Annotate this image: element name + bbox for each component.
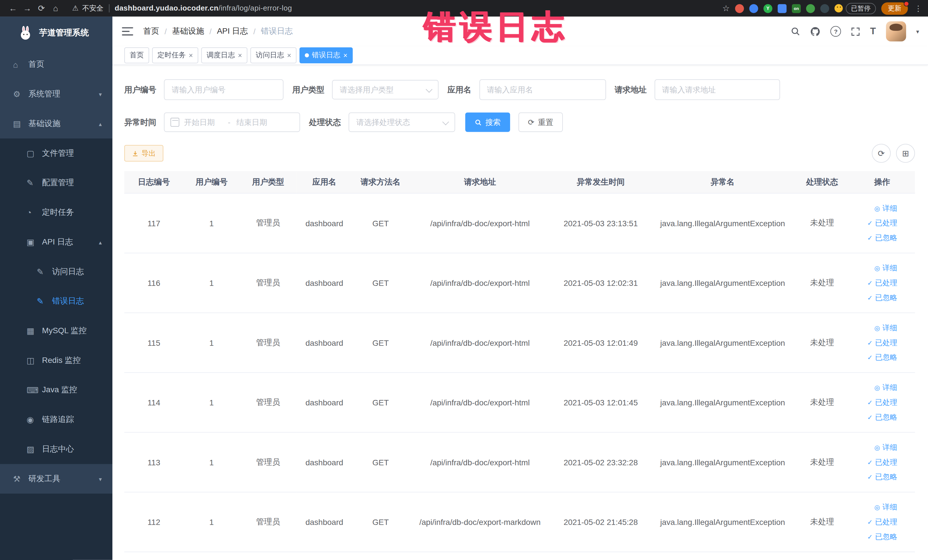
sidebar-item-access-logs[interactable]: ✎ 访问日志 — [0, 257, 112, 287]
extension-on-badge-icon[interactable]: on — [792, 4, 801, 12]
ignored-link[interactable]: ✓已忽略 — [853, 350, 897, 365]
address-bar[interactable]: dashboard.yudao.iocoder.cn/infra/log/api… — [114, 4, 292, 12]
check-icon: ✓ — [867, 395, 873, 410]
ignored-link[interactable]: ✓已忽略 — [853, 470, 897, 484]
user-type-select[interactable]: 请选择用户类型 — [332, 80, 438, 99]
sidebar-item-dev-tools[interactable]: ⚒ 研发工具 ▾ — [0, 464, 112, 494]
fullscreen-icon[interactable] — [851, 27, 860, 36]
ignored-link[interactable]: ✓已忽略 — [853, 290, 897, 305]
sidebar-item-java-monitor[interactable]: ⌨ Java 监控 — [0, 375, 112, 405]
processed-link[interactable]: ✓已处理 — [853, 216, 897, 230]
detail-link[interactable]: ◎详细 — [853, 201, 897, 216]
sidebar-toggle-icon[interactable] — [122, 27, 133, 35]
app-name-input[interactable] — [479, 79, 606, 100]
tab-access-logs[interactable]: 访问日志× — [250, 47, 297, 63]
request-url-input[interactable] — [654, 79, 780, 100]
screenshot-root: ← → ⟳ ⌂ ⚠ 不安全 dashboard.yudao.iocoder.cn… — [0, 0, 928, 560]
extension-icon-3[interactable]: Y — [763, 4, 772, 12]
sidebar-item-file-management[interactable]: ▢ 文件管理 — [0, 138, 112, 168]
processed-link[interactable]: ✓已处理 — [853, 455, 897, 470]
refresh-button[interactable]: ⟳ — [872, 144, 891, 163]
tab-home[interactable]: 首页 — [124, 47, 149, 63]
processed-link[interactable]: ✓已处理 — [853, 276, 897, 290]
close-icon[interactable]: × — [238, 51, 242, 60]
table-cell: 114 — [124, 372, 183, 432]
close-icon[interactable]: × — [189, 51, 193, 60]
extension-paw-icon[interactable] — [820, 4, 829, 12]
extension-icon-1[interactable] — [735, 4, 744, 12]
help-icon[interactable]: ? — [830, 26, 841, 37]
browser-forward-icon[interactable]: → — [20, 1, 35, 15]
bookmark-star-icon[interactable]: ☆ — [722, 3, 730, 13]
sidebar-item-home[interactable]: ⌂ 首页 — [0, 50, 112, 79]
sidebar-item-mysql-monitor[interactable]: ▦ MySQL 监控 — [0, 316, 112, 346]
table-cell: 管理员 — [240, 492, 296, 552]
search-icon — [475, 119, 482, 126]
filter-user-type: 用户类型 请选择用户类型 — [292, 80, 438, 99]
browser-reload-icon[interactable]: ⟳ — [34, 1, 49, 15]
detail-link[interactable]: ◎详细 — [853, 500, 897, 515]
detail-link[interactable]: ◎详细 — [853, 261, 897, 276]
tab-scheduled-tasks[interactable]: 定时任务× — [152, 47, 198, 63]
process-status-select[interactable]: 请选择处理状态 — [349, 112, 455, 132]
breadcrumb-api-logs[interactable]: API 日志 — [217, 26, 248, 37]
tab-schedule-logs[interactable]: 调度日志× — [201, 47, 247, 63]
processed-link[interactable]: ✓已处理 — [853, 395, 897, 410]
avatar-caret-down-icon[interactable]: ▾ — [916, 28, 919, 35]
column-settings-button[interactable]: ⊞ — [896, 144, 915, 163]
sidebar: 芋道管理系统 ⌂ 首页 ⚙ 系统管理 ▾ ▤ 基础设施 ▴ ▢ 文件管理 — [0, 17, 112, 560]
table-cell: 116 — [124, 253, 183, 313]
user-avatar[interactable] — [886, 21, 906, 42]
sidebar-item-error-logs[interactable]: ✎ 错误日志 — [0, 287, 112, 316]
row-actions: ◎详细✓已处理✓已忽略 — [849, 193, 915, 253]
sidebar-item-system-management[interactable]: ⚙ 系统管理 ▾ — [0, 79, 112, 109]
search-button[interactable]: 搜索 — [465, 112, 510, 132]
sidebar-item-link-tracing[interactable]: ◉ 链路追踪 — [0, 405, 112, 435]
browser-home-icon[interactable]: ⌂ — [49, 1, 63, 15]
browser-menu-icon[interactable]: ⋮ — [914, 4, 922, 12]
sidebar-item-log-center[interactable]: ▨ 日志中心 — [0, 435, 112, 464]
font-size-icon[interactable]: T — [870, 26, 876, 36]
browser-back-icon[interactable]: ← — [6, 1, 20, 15]
reset-button[interactable]: ⟳ 重置 — [518, 112, 563, 132]
table-cell: /api/infra/db-doc/export-html — [409, 253, 551, 313]
sidebar-item-infrastructure[interactable]: ▤ 基础设施 ▴ — [0, 109, 112, 139]
export-button[interactable]: 导出 — [124, 145, 163, 162]
sidebar-item-redis-monitor[interactable]: ◫ Redis 监控 — [0, 346, 112, 375]
table-cell: 1 — [183, 372, 240, 432]
extension-icon-2[interactable] — [749, 4, 758, 12]
table-cell: 115 — [124, 313, 183, 372]
detail-link[interactable]: ◎详细 — [853, 320, 897, 335]
sidebar-item-api-logs[interactable]: ▣ API 日志 ▴ — [0, 227, 112, 257]
ignored-link[interactable]: ✓已忽略 — [853, 410, 897, 425]
github-icon[interactable] — [810, 26, 820, 36]
detail-link[interactable]: ◎详细 — [853, 380, 897, 395]
ignored-link[interactable]: ✓已忽略 — [853, 529, 897, 544]
user-id-input[interactable] — [164, 79, 284, 100]
ignored-link[interactable]: ✓已忽略 — [853, 230, 897, 245]
app-logo[interactable]: 芋道管理系统 — [0, 17, 112, 50]
sidebar-item-config-management[interactable]: ✎ 配置管理 — [0, 168, 112, 198]
detail-link[interactable]: ◎详细 — [853, 440, 897, 455]
date-range-picker[interactable]: 开始日期 - 结束日期 — [164, 112, 300, 132]
extension-icon-4[interactable] — [778, 4, 786, 12]
processed-link[interactable]: ✓已处理 — [853, 515, 897, 529]
search-icon[interactable] — [791, 26, 800, 36]
table-cell: 1 — [183, 193, 240, 253]
row-actions: ◎详细✓已处理✓已忽略 — [849, 372, 915, 432]
close-icon[interactable]: × — [343, 51, 348, 60]
edit-icon: ✎ — [26, 178, 40, 188]
update-dot-badge — [904, 1, 909, 6]
paused-extension[interactable]: 已暂停 — [835, 3, 876, 14]
breadcrumb-home[interactable]: 首页 — [143, 26, 159, 37]
sidebar-item-scheduled-tasks[interactable]: ◔ 定时任务 — [0, 198, 112, 227]
breadcrumb-infrastructure[interactable]: 基础设施 — [172, 26, 204, 37]
browser-update-button[interactable]: 更新 — [881, 2, 908, 15]
extension-leaf-icon[interactable] — [806, 4, 815, 12]
tab-error-logs[interactable]: 错误日志× — [299, 47, 353, 63]
close-icon[interactable]: × — [287, 51, 291, 60]
sidebar-item-label: 研发工具 — [29, 473, 61, 484]
site-security[interactable]: ⚠ 不安全 — [72, 3, 103, 13]
processed-link[interactable]: ✓已处理 — [853, 335, 897, 350]
column-header: 处理状态 — [795, 171, 849, 194]
